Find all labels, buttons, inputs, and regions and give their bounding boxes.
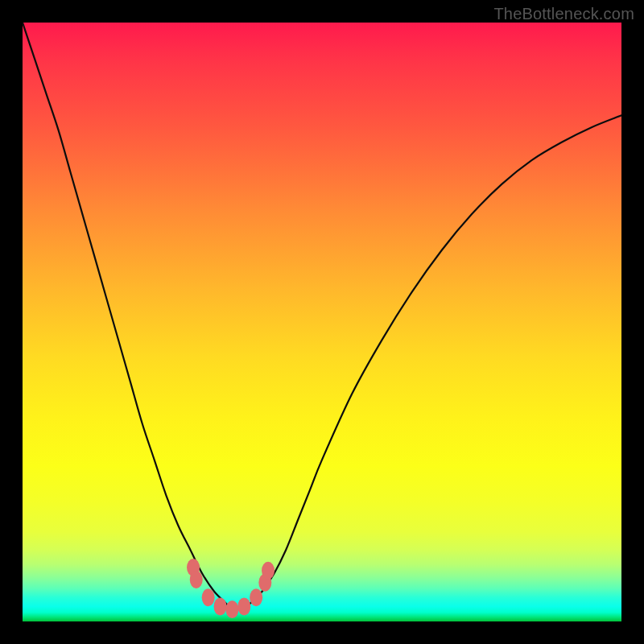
watermark-text: TheBottleneck.com <box>493 5 634 23</box>
marker <box>214 597 227 615</box>
marker <box>202 588 215 606</box>
bottleneck-curve <box>23 23 621 610</box>
marker <box>225 601 238 618</box>
chart-svg <box>23 23 621 621</box>
marker <box>190 571 203 588</box>
chart-frame: TheBottleneck.com <box>0 0 644 644</box>
marker <box>237 597 250 615</box>
marker <box>250 588 262 606</box>
marker <box>262 562 275 580</box>
plot-area <box>23 23 621 621</box>
